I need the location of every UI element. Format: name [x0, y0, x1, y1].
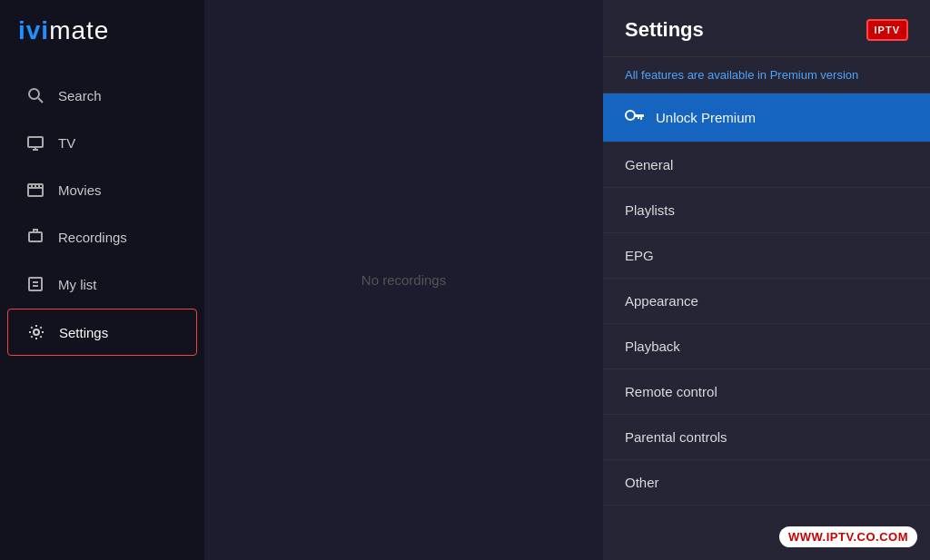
no-recordings-message: No recordings — [361, 272, 446, 288]
settings-item-unlock-premium[interactable]: Unlock Premium — [603, 93, 930, 142]
settings-label-epg: EPG — [625, 248, 654, 263]
svg-point-14 — [34, 329, 39, 335]
sidebar: ivimate Search TV — [0, 0, 204, 560]
settings-label-playback: Playback — [625, 339, 680, 354]
tv-icon — [25, 133, 45, 152]
recordings-icon — [25, 227, 45, 247]
movies-icon — [25, 180, 45, 200]
sidebar-item-my-list[interactable]: My list — [7, 261, 197, 307]
sidebar-label-movies: Movies — [58, 182, 102, 198]
main-content: No recordings — [204, 0, 603, 560]
settings-label-parental-controls: Parental controls — [625, 429, 727, 445]
my-list-icon — [25, 274, 45, 294]
settings-item-appearance[interactable]: Appearance — [603, 279, 930, 324]
svg-rect-17 — [640, 117, 642, 120]
logo-iv: ivi — [18, 16, 49, 44]
iptv-badge: IPTV — [866, 19, 908, 41]
settings-item-parental-controls[interactable]: Parental controls — [603, 415, 930, 460]
svg-point-0 — [29, 89, 39, 99]
key-icon — [625, 108, 645, 127]
svg-point-15 — [626, 111, 635, 120]
settings-item-remote-control[interactable]: Remote control — [603, 369, 930, 415]
settings-header: Settings IPTV — [603, 0, 930, 57]
svg-rect-11 — [29, 278, 42, 290]
settings-label-remote-control: Remote control — [625, 384, 717, 399]
settings-item-epg[interactable]: EPG — [603, 233, 930, 279]
sidebar-label-settings: Settings — [59, 325, 108, 340]
svg-rect-10 — [29, 232, 42, 241]
search-icon — [25, 85, 45, 105]
settings-panel: Settings IPTV All features are available… — [603, 0, 930, 560]
premium-banner: All features are available in Premium ve… — [603, 57, 930, 93]
settings-menu: Unlock Premium General Playlists EPG App… — [603, 93, 930, 506]
sidebar-label-my-list: My list — [58, 277, 97, 292]
settings-label-appearance: Appearance — [625, 293, 698, 309]
app-logo: ivimate — [0, 16, 204, 73]
sidebar-item-tv[interactable]: TV — [7, 120, 197, 165]
sidebar-label-recordings: Recordings — [58, 230, 127, 245]
settings-label-other: Other — [625, 475, 659, 490]
logo-imate: mate — [49, 16, 109, 44]
settings-label-unlock-premium: Unlock Premium — [656, 110, 756, 125]
sidebar-label-tv: TV — [58, 135, 75, 151]
settings-item-other[interactable]: Other — [603, 460, 930, 506]
sidebar-item-recordings[interactable]: Recordings — [7, 214, 197, 260]
settings-title: Settings — [625, 18, 704, 42]
svg-line-1 — [38, 98, 43, 103]
svg-rect-18 — [638, 117, 639, 119]
sidebar-label-search: Search — [58, 88, 102, 103]
settings-item-playback[interactable]: Playback — [603, 324, 930, 369]
nav-items: Search TV Movies — [0, 73, 204, 356]
svg-rect-2 — [28, 137, 43, 147]
sidebar-item-settings[interactable]: Settings — [7, 309, 197, 356]
svg-rect-16 — [634, 114, 644, 117]
settings-icon — [26, 322, 46, 342]
watermark: WWW.IPTV.CO.COM — [779, 526, 917, 547]
sidebar-item-search[interactable]: Search — [7, 73, 197, 118]
settings-label-playlists: Playlists — [625, 202, 675, 218]
settings-item-general[interactable]: General — [603, 142, 930, 188]
settings-label-general: General — [625, 157, 673, 172]
settings-item-playlists[interactable]: Playlists — [603, 188, 930, 233]
sidebar-item-movies[interactable]: Movies — [7, 167, 197, 212]
